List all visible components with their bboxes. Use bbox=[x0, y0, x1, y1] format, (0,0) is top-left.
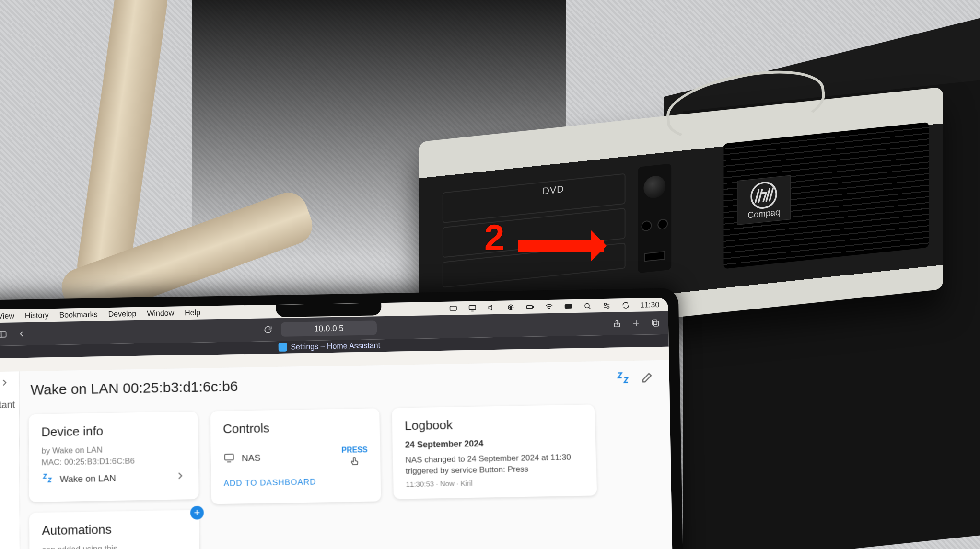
logbook-entry-meta: 11:30:53 · Now · Kiril bbox=[406, 477, 584, 489]
macbook-laptop: View History Bookmarks Develop Window He… bbox=[0, 288, 683, 549]
press-button-label: PRESS bbox=[341, 446, 368, 455]
logbook-date: 24 September 2024 bbox=[405, 437, 583, 450]
controls-entity-row: NAS PRESS bbox=[223, 441, 368, 474]
back-forward-icon[interactable] bbox=[15, 328, 28, 340]
svg-rect-6 bbox=[533, 306, 534, 308]
hp-compaq-badge: Compaq bbox=[737, 175, 790, 225]
menubar-search-icon[interactable] bbox=[583, 301, 592, 310]
menubar-rect-icon[interactable] bbox=[448, 303, 458, 313]
menubar-toggles-icon[interactable] bbox=[602, 301, 611, 310]
hp-logo-icon bbox=[750, 180, 777, 210]
menu-window[interactable]: Window bbox=[147, 309, 174, 318]
wol-icon bbox=[42, 472, 53, 487]
menubar-clock[interactable]: 11:30 bbox=[640, 300, 659, 309]
device-info-heading: Device info bbox=[41, 422, 186, 439]
svg-rect-1 bbox=[450, 306, 456, 310]
add-automation-button[interactable]: + bbox=[190, 506, 204, 520]
svg-rect-15 bbox=[225, 454, 233, 459]
menubar-wifi-icon[interactable] bbox=[544, 302, 554, 311]
sidebar-collapse-icon[interactable] bbox=[0, 377, 10, 390]
menubar-sync-icon[interactable] bbox=[621, 300, 630, 310]
menubar-battery-icon[interactable] bbox=[525, 302, 535, 312]
disable-device-icon[interactable] bbox=[616, 370, 630, 389]
press-button[interactable]: PRESS bbox=[341, 446, 368, 467]
add-to-dashboard-link[interactable]: ADD TO DASHBOARD bbox=[223, 477, 316, 489]
menu-develop[interactable]: Develop bbox=[108, 309, 136, 319]
address-bar-text: 10.0.0.5 bbox=[314, 324, 344, 334]
pc-usb-port[interactable] bbox=[644, 251, 665, 262]
svg-point-10 bbox=[607, 306, 609, 309]
automations-blurb: can added using this bbox=[42, 542, 187, 549]
sidebar-toggle-icon[interactable] bbox=[0, 328, 9, 341]
pc-front-io-panel bbox=[638, 163, 671, 273]
logbook-heading: Logbook bbox=[405, 415, 583, 434]
menubar-keyboard-icon[interactable] bbox=[563, 301, 573, 311]
svg-point-8 bbox=[585, 303, 589, 308]
card-controls: Controls NAS PRESS ADD TO DASHBOARD bbox=[210, 408, 381, 504]
card-automations: + Automations can added using this bbox=[29, 510, 199, 549]
laptop-notch bbox=[276, 303, 381, 317]
tab-title-text: Settings – Home Assistant bbox=[291, 341, 380, 351]
tabs-overview-icon[interactable] bbox=[649, 317, 662, 329]
menu-bookmarks[interactable]: Bookmarks bbox=[59, 310, 97, 319]
svg-point-9 bbox=[604, 303, 607, 306]
page-title: Wake on LAN 00:25:b3:d1:6c:b6 bbox=[31, 378, 238, 398]
svg-rect-7 bbox=[565, 304, 572, 308]
device-info-integration-row[interactable]: Wake on LAN bbox=[42, 465, 187, 492]
ha-sidebar-collapsed: stant bbox=[0, 371, 21, 549]
menubar-display-icon[interactable] bbox=[467, 303, 477, 313]
menu-history[interactable]: History bbox=[25, 311, 49, 320]
integration-row-label: Wake on LAN bbox=[60, 473, 116, 484]
monitor-icon bbox=[223, 451, 235, 466]
device-info-by-line: by Wake on LAN bbox=[41, 444, 186, 456]
pc-power-button[interactable] bbox=[643, 175, 665, 199]
home-assistant-favicon-icon bbox=[278, 343, 287, 352]
chevron-right-icon bbox=[175, 470, 186, 484]
sidebar-clipped-text: stant bbox=[0, 399, 15, 411]
controls-entity-name: NAS bbox=[242, 453, 261, 464]
macos-app-menus: View History Bookmarks Develop Window He… bbox=[0, 309, 200, 320]
home-assistant-page: stant Wake on LAN 00:25:b3:d1:6c:b6 Devi… bbox=[0, 360, 673, 549]
tap-gesture-icon bbox=[349, 455, 361, 467]
pc-audio-jack[interactable] bbox=[641, 220, 652, 231]
svg-point-4 bbox=[510, 306, 512, 309]
card-device-info: Device info by Wake on LAN MAC: 00:25:B3… bbox=[29, 412, 199, 502]
card-logbook: Logbook 24 September 2024 NAS changed to… bbox=[392, 404, 597, 499]
svg-rect-13 bbox=[652, 320, 657, 324]
address-bar[interactable]: 10.0.0.5 bbox=[281, 320, 377, 336]
menubar-screenrec-icon[interactable] bbox=[506, 302, 515, 312]
new-tab-icon[interactable] bbox=[630, 317, 642, 330]
svg-rect-14 bbox=[654, 321, 659, 326]
svg-rect-5 bbox=[526, 306, 532, 309]
svg-rect-2 bbox=[469, 305, 476, 309]
reload-icon[interactable] bbox=[262, 323, 274, 336]
automations-heading: Automations bbox=[42, 521, 187, 538]
edit-device-icon[interactable] bbox=[641, 371, 653, 387]
svg-point-0 bbox=[751, 181, 776, 209]
menubar-volume-icon[interactable] bbox=[487, 303, 496, 312]
menu-view[interactable]: View bbox=[0, 311, 14, 320]
controls-heading: Controls bbox=[223, 419, 367, 436]
pc-audio-jack[interactable] bbox=[657, 218, 668, 230]
pc-dvd-label: DVD bbox=[543, 183, 564, 197]
share-icon[interactable] bbox=[611, 317, 623, 330]
laptop-screen: View History Bookmarks Develop Window He… bbox=[0, 298, 673, 549]
menu-help[interactable]: Help bbox=[185, 309, 200, 318]
